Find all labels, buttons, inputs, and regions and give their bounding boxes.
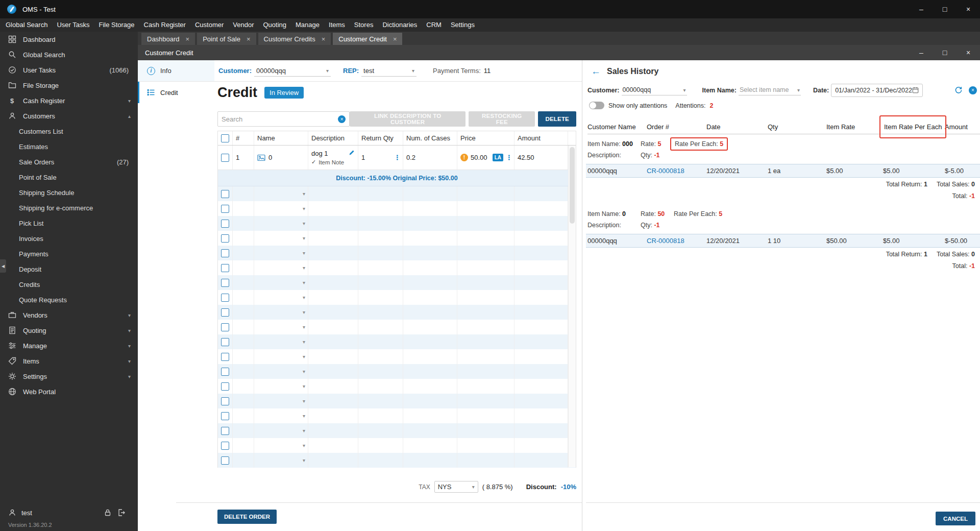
- kebab-menu-icon[interactable]: ⋮: [506, 154, 512, 161]
- row-select-checkbox[interactable]: [221, 412, 229, 420]
- sidebar-subitem-shipping-schedule[interactable]: Shipping Schedule: [0, 185, 138, 200]
- chevron-down-icon[interactable]: ▾: [303, 235, 305, 241]
- chevron-down-icon[interactable]: ▾: [303, 191, 305, 197]
- row-select-checkbox[interactable]: [221, 308, 229, 317]
- row-select-checkbox[interactable]: [221, 368, 229, 376]
- scrollbar-thumb[interactable]: [570, 147, 575, 224]
- delete-button[interactable]: DELETE: [538, 111, 576, 127]
- calendar-icon[interactable]: [912, 87, 919, 93]
- edit-pencil-icon[interactable]: [349, 149, 355, 156]
- chevron-down-icon[interactable]: ▾: [303, 206, 305, 211]
- logout-icon[interactable]: [117, 509, 126, 517]
- sidebar-item-web-portal[interactable]: Web Portal: [0, 384, 138, 399]
- row-select-checkbox[interactable]: [221, 220, 229, 228]
- tab-dashboard[interactable]: Dashboard×: [141, 33, 195, 45]
- row-select-checkbox[interactable]: [221, 249, 229, 257]
- chevron-down-icon[interactable]: ▾: [303, 428, 305, 433]
- window-restore-button[interactable]: □: [933, 45, 957, 60]
- menubar-item-dictionaries[interactable]: Dictionaries: [378, 18, 422, 32]
- customer-dropdown[interactable]: 00000qqq ▾: [254, 65, 331, 77]
- chevron-down-icon[interactable]: ▾: [303, 309, 305, 315]
- sidebar-subitem-estimates[interactable]: Estimates: [0, 139, 138, 154]
- sidebar-item-dashboard[interactable]: Dashboard: [0, 32, 138, 47]
- sidebar-subitem-pick-list[interactable]: Pick List: [0, 215, 138, 231]
- menubar-item-customer[interactable]: Customer: [190, 18, 228, 32]
- menubar-item-global-search[interactable]: Global Search: [1, 18, 52, 32]
- menubar-item-manage[interactable]: Manage: [291, 18, 324, 32]
- row-select-checkbox[interactable]: [221, 456, 229, 465]
- row-select-checkbox[interactable]: [221, 353, 229, 361]
- clear-search-icon[interactable]: ×: [338, 115, 346, 123]
- table-scrollbar[interactable]: [568, 146, 576, 467]
- row-select-checkbox[interactable]: [221, 382, 229, 391]
- refresh-icon[interactable]: [954, 86, 963, 94]
- link-description-button[interactable]: LINK DESCRIPTION TO CUSTOMER: [350, 111, 465, 127]
- menubar-item-items[interactable]: Items: [324, 18, 350, 32]
- chevron-down-icon[interactable]: ▾: [303, 369, 305, 374]
- chevron-down-icon[interactable]: ▾: [303, 383, 305, 389]
- menubar-item-crm[interactable]: CRM: [422, 18, 446, 32]
- sidebar-subitem-quote-requests[interactable]: Quote Requests: [0, 292, 138, 307]
- row-select-checkbox[interactable]: [221, 264, 229, 272]
- row-select-checkbox[interactable]: [221, 234, 229, 243]
- sidebar-item-items[interactable]: Items ▾: [0, 353, 138, 369]
- tab-close-icon[interactable]: ×: [247, 36, 251, 42]
- back-arrow-icon[interactable]: ←: [591, 66, 601, 76]
- kebab-menu-icon[interactable]: ⋮: [394, 154, 401, 161]
- chevron-down-icon[interactable]: ▾: [303, 221, 305, 226]
- sidebar-item-vendors[interactable]: Vendors ▾: [0, 307, 138, 323]
- sidebar-item-manage[interactable]: Manage ▾: [0, 338, 138, 353]
- rep-dropdown[interactable]: test ▾: [361, 65, 416, 77]
- tab-close-icon[interactable]: ×: [322, 36, 326, 42]
- menubar-item-stores[interactable]: Stores: [350, 18, 378, 32]
- row-select-checkbox[interactable]: [221, 294, 229, 302]
- sidebar-item-settings[interactable]: Settings ▾: [0, 369, 138, 384]
- restocking-fee-button[interactable]: RESTOCKING FEE: [469, 111, 535, 127]
- sidebar-subitem-sale-orders[interactable]: Sale Orders(27): [0, 154, 138, 170]
- cases-cell[interactable]: 0.2: [403, 146, 457, 170]
- uom-badge[interactable]: LA: [493, 154, 503, 161]
- show-attentions-toggle[interactable]: [589, 102, 604, 109]
- row-select-checkbox[interactable]: [221, 442, 229, 450]
- menubar-item-settings[interactable]: Settings: [446, 18, 479, 32]
- return-qty-value[interactable]: 1: [361, 154, 365, 161]
- sidebar-item-file-storage[interactable]: File Storage: [0, 78, 138, 93]
- sidebar-item-global-search[interactable]: Global Search: [0, 47, 138, 62]
- chevron-down-icon[interactable]: ▾: [303, 280, 305, 285]
- lock-icon[interactable]: [103, 509, 112, 517]
- app-minimize-button[interactable]: –: [910, 0, 933, 18]
- select-all-checkbox[interactable]: [221, 134, 229, 142]
- sidebar-item-customers[interactable]: Customers ▴: [0, 108, 138, 124]
- window-close-button[interactable]: ×: [957, 45, 980, 60]
- sales-item-dropdown[interactable]: Select item name ▾: [739, 85, 801, 95]
- price-value[interactable]: 50.00: [471, 154, 487, 161]
- row-select-checkbox[interactable]: [221, 397, 229, 405]
- row-select-checkbox[interactable]: [221, 427, 229, 435]
- sidebar-item-user-tasks[interactable]: User Tasks (1066): [0, 62, 138, 78]
- sidebar-subitem-deposit[interactable]: Deposit: [0, 261, 138, 277]
- chevron-down-icon[interactable]: ▾: [303, 354, 305, 359]
- row-select-checkbox[interactable]: [221, 323, 229, 331]
- menubar-item-cash-register[interactable]: Cash Register: [139, 18, 190, 32]
- row-select-checkbox[interactable]: [221, 279, 229, 287]
- nav-item-credit[interactable]: Credit: [138, 82, 214, 103]
- app-close-button[interactable]: ×: [957, 0, 980, 18]
- sidebar-collapse-handle[interactable]: ◀: [0, 259, 6, 273]
- tab-close-icon[interactable]: ×: [186, 36, 190, 42]
- menubar-item-quoting[interactable]: Quoting: [258, 18, 291, 32]
- delete-order-button[interactable]: DELETE ORDER: [217, 510, 277, 524]
- close-panel-icon[interactable]: ×: [969, 86, 977, 94]
- row-select-checkbox[interactable]: [221, 154, 229, 162]
- tab-customer-credits[interactable]: Customer Credits×: [258, 33, 331, 45]
- chevron-down-icon[interactable]: ▾: [303, 457, 305, 463]
- sidebar-subitem-payments[interactable]: Payments: [0, 246, 138, 261]
- row-select-checkbox[interactable]: [221, 338, 229, 346]
- window-minimize-button[interactable]: –: [910, 45, 933, 60]
- chevron-down-icon[interactable]: ▾: [303, 443, 305, 448]
- search-input[interactable]: [222, 115, 338, 123]
- chevron-down-icon[interactable]: ▾: [303, 295, 305, 300]
- date-range-picker[interactable]: 01/Jan/2022 - 31/Dec/2022: [831, 84, 923, 97]
- sidebar-item-quoting[interactable]: Quoting ▾: [0, 323, 138, 338]
- tab-close-icon[interactable]: ×: [393, 36, 397, 42]
- sidebar-subitem-customers-list[interactable]: Customers List: [0, 124, 138, 139]
